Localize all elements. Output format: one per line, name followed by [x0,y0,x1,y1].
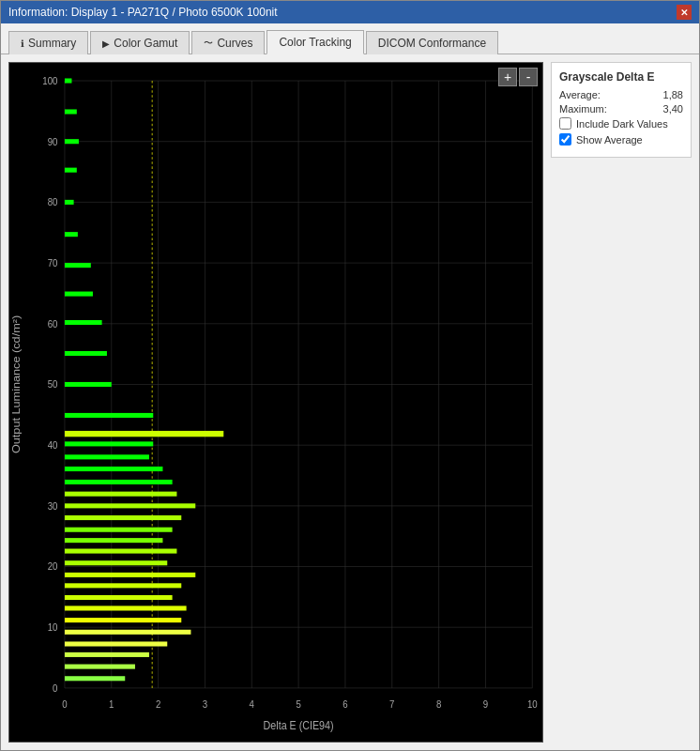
svg-rect-47 [65,560,167,565]
svg-rect-54 [65,641,167,646]
svg-rect-52 [65,618,181,622]
svg-text:10: 10 [48,621,58,633]
svg-rect-50 [65,595,173,600]
svg-rect-36 [65,431,223,437]
svg-rect-56 [65,665,135,669]
svg-rect-57 [65,676,125,681]
tab-summary[interactable]: ℹ Summary [8,31,88,54]
svg-text:50: 50 [48,377,58,390]
svg-text:90: 90 [48,135,58,147]
svg-text:1: 1 [109,698,114,711]
window-title: Information: Display 1 - PA271Q / Photo … [8,6,278,19]
svg-rect-39 [65,467,162,471]
svg-rect-35 [65,413,153,418]
svg-rect-40 [65,480,173,484]
show-average-row[interactable]: Show Average [559,133,683,146]
sidebar-title: Grayscale Delta E [559,70,683,84]
svg-text:9: 9 [483,698,488,711]
svg-rect-29 [65,232,78,237]
svg-text:20: 20 [48,560,58,573]
svg-text:8: 8 [436,698,441,711]
content-area: + - [1,54,699,750]
svg-text:Output Luminance (cd/m²): Output Luminance (cd/m²) [10,315,22,453]
svg-text:40: 40 [48,438,58,451]
chart-container: + - [8,62,543,743]
svg-rect-42 [65,503,195,508]
svg-rect-48 [65,573,195,577]
svg-rect-0 [9,63,542,742]
svg-rect-43 [65,515,181,520]
include-dark-row[interactable]: Include Dark Values [559,117,683,130]
svg-rect-38 [65,454,149,459]
svg-rect-53 [65,630,190,635]
svg-text:7: 7 [389,698,394,711]
svg-rect-31 [65,292,93,297]
curve-icon: 〜 [204,37,213,50]
main-window: Information: Display 1 - PA271Q / Photo … [0,0,700,751]
chart-svg: 0 1 2 3 4 5 6 7 8 9 10 Delta E (CIE94) 0… [9,63,542,742]
show-average-checkbox[interactable] [559,133,571,146]
svg-text:100: 100 [42,74,57,86]
svg-rect-33 [65,351,107,356]
zoom-out-button[interactable]: - [519,68,538,86]
zoom-in-button[interactable]: + [498,68,517,86]
maximum-label: Maximum: [559,103,607,115]
play-icon: ▶ [102,38,110,49]
svg-text:3: 3 [203,698,207,711]
svg-text:70: 70 [48,256,58,268]
show-average-label: Show Average [576,134,643,146]
svg-rect-25 [65,109,77,114]
svg-text:30: 30 [48,499,58,512]
include-dark-label: Include Dark Values [576,118,668,130]
tab-dicom[interactable]: DICOM Conformance [366,31,498,54]
svg-rect-49 [65,583,181,588]
tab-color-gamut[interactable]: ▶ Color Gamut [90,31,190,54]
svg-rect-44 [65,528,173,532]
sidebar: Grayscale Delta E Average: 1,88 Maximum:… [551,62,692,743]
svg-text:5: 5 [296,698,300,711]
svg-rect-46 [65,549,176,554]
svg-rect-55 [65,652,149,657]
svg-text:10: 10 [527,698,538,711]
zoom-controls: + - [498,68,538,86]
svg-text:Delta E (CIE94): Delta E (CIE94) [264,718,334,731]
svg-rect-51 [65,605,187,610]
svg-rect-32 [65,320,102,325]
svg-text:4: 4 [250,698,254,711]
svg-text:2: 2 [156,698,160,711]
stats-section: Grayscale Delta E Average: 1,88 Maximum:… [551,62,692,158]
svg-text:0: 0 [62,698,67,711]
svg-rect-27 [65,168,77,173]
average-row: Average: 1,88 [559,89,683,100]
svg-rect-30 [65,263,91,268]
tab-curves[interactable]: 〜 Curves [191,31,265,54]
maximum-row: Maximum: 3,40 [559,103,683,115]
tabs-bar: ℹ Summary ▶ Color Gamut 〜 Curves Color T… [1,23,699,54]
average-label: Average: [559,89,601,100]
include-dark-checkbox[interactable] [559,117,571,130]
svg-rect-45 [65,538,162,543]
svg-rect-41 [65,492,176,497]
svg-text:60: 60 [48,317,58,330]
average-value: 1,88 [663,89,683,100]
svg-text:0: 0 [53,682,57,694]
title-bar: Information: Display 1 - PA271Q / Photo … [1,1,699,23]
close-button[interactable]: ✕ [677,5,692,20]
svg-text:80: 80 [48,195,58,207]
svg-rect-24 [65,78,72,83]
svg-rect-37 [65,441,153,446]
svg-rect-28 [65,200,74,205]
maximum-value: 3,40 [663,103,683,115]
svg-rect-34 [65,382,112,387]
svg-text:6: 6 [342,698,347,711]
info-icon: ℹ [21,38,24,49]
tab-color-tracking[interactable]: Color Tracking [266,30,363,54]
svg-rect-26 [65,139,79,144]
